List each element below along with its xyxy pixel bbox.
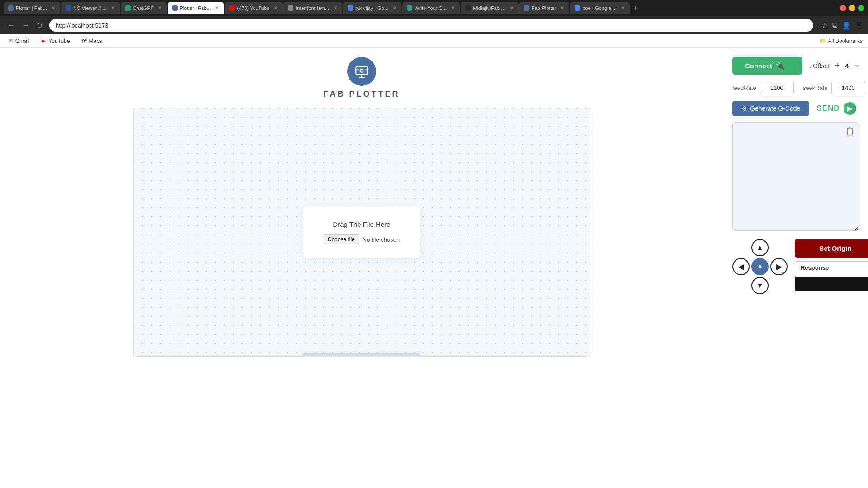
plot-canvas[interactable]: Drag The File Here Choose file No file c… (133, 108, 590, 357)
tab-favicon-4 (172, 5, 178, 11)
seekrate-label: seekRate (803, 84, 828, 91)
feedrate-label: feedRate (732, 84, 756, 91)
tab-chatgpt[interactable]: ChatGPT ✕ (121, 2, 167, 14)
connect-icon: 🔌 (776, 61, 785, 70)
folder-icon: 📁 (819, 38, 826, 44)
jog-center-button[interactable]: ● (751, 258, 769, 275)
extensions-icon[interactable]: ⧉ (832, 21, 837, 29)
jog-center-icon: ● (758, 263, 762, 271)
jog-left-icon: ◀ (738, 263, 744, 271)
tab-close-4[interactable]: ✕ (215, 5, 219, 11)
gmail-icon: ✉ (7, 38, 14, 44)
tab-youtube[interactable]: (473) YouTube ✕ (225, 2, 283, 14)
feedrate-item: feedRate (732, 81, 794, 94)
youtube-icon: ▶ (40, 38, 47, 44)
nav-buttons: ← → ↻ (5, 20, 45, 31)
address-bar-row: ← → ↻ ☆ ⧉ 👤 ⋮ (0, 16, 868, 34)
minimize-window-button[interactable] (849, 5, 855, 11)
tab-close-5[interactable]: ✕ (274, 5, 278, 11)
jog-empty-bl (732, 277, 750, 294)
tab-inter[interactable]: Inter font fam... ✕ (283, 2, 342, 14)
drop-zone[interactable]: Drag The File Here Choose file No file c… (303, 207, 420, 258)
jog-empty-tl (732, 239, 750, 256)
tab-plotter-1[interactable]: Plotter | Fab... ✕ (4, 2, 60, 14)
jog-left-button[interactable]: ◀ (732, 258, 750, 275)
generate-icon: ⚙ (741, 105, 747, 112)
tab-favicon-7 (348, 5, 353, 11)
bookmark-youtube[interactable]: ▶ YouTube (38, 37, 71, 45)
tab-favicon-2 (66, 5, 71, 11)
tab-close-3[interactable]: ✕ (158, 5, 162, 11)
jog-down-button[interactable]: ▼ (751, 277, 769, 294)
tab-favicon-6 (288, 5, 293, 11)
feedrate-input[interactable] (760, 81, 794, 94)
jog-up-icon: ▲ (756, 244, 764, 252)
logo-svg (354, 64, 369, 79)
choose-file-button[interactable]: Choose file (324, 235, 359, 244)
connect-row: Connect 🔌 zOffset + 4 − (732, 57, 859, 75)
tab-close-2[interactable]: ✕ (111, 5, 115, 11)
jog-and-origin: ▲ ◀ ● ▶ ▼ (732, 239, 859, 294)
gcode-textarea[interactable] (732, 122, 859, 231)
close-window-button[interactable] (840, 5, 846, 11)
tab-ncviewer[interactable]: NC Viewer // ... ✕ (61, 2, 120, 14)
tab-close-10[interactable]: ✕ (560, 5, 565, 11)
bookmark-icon[interactable]: ☆ (821, 21, 828, 30)
profile-icon[interactable]: 👤 (842, 21, 851, 30)
copy-gcode-icon[interactable]: 📋 (845, 127, 854, 136)
tab-poe[interactable]: poe - Google ... ✕ (570, 2, 630, 14)
bookmark-gmail[interactable]: ✉ Gmail (5, 37, 31, 45)
app-header: FAB PLOTTER (324, 57, 400, 99)
tab-close-9[interactable]: ✕ (509, 5, 514, 11)
tab-plotter-active[interactable]: Plotter | Fab... ✕ (168, 2, 224, 14)
set-origin-button[interactable]: Set Origin (795, 239, 868, 258)
window-controls (840, 5, 864, 11)
rate-row: feedRate seekRate (732, 81, 859, 94)
tab-midlaj[interactable]: MidlajN/Fab-... ✕ (461, 2, 519, 14)
tab-favicon-3 (125, 5, 131, 11)
app-title: FAB PLOTTER (324, 89, 400, 99)
app-area: FAB PLOTTER Drag The File Here Choose fi… (0, 48, 868, 488)
tab-close-8[interactable]: ✕ (451, 5, 455, 11)
address-input[interactable] (49, 19, 813, 32)
maps-icon: 🗺 (81, 38, 87, 44)
right-panel: Connect 🔌 zOffset + 4 − feedRate seekRat… (723, 48, 868, 488)
tab-close-1[interactable]: ✕ (51, 5, 56, 11)
jog-up-button[interactable]: ▲ (751, 239, 769, 256)
seekrate-input[interactable] (831, 81, 865, 94)
zoffset-minus-button[interactable]: − (851, 61, 861, 71)
all-bookmarks[interactable]: 📁 All Bookmarks (819, 38, 863, 44)
jog-right-button[interactable]: ▶ (770, 258, 788, 275)
maximize-window-button[interactable] (858, 5, 864, 11)
tab-write[interactable]: Write Your O... ✕ (402, 2, 460, 14)
jog-down-icon: ▼ (756, 282, 764, 290)
back-button[interactable]: ← (5, 20, 17, 30)
tab-google[interactable]: tvk vijay - Go... ✕ (343, 2, 401, 14)
jog-empty-tr (770, 239, 788, 256)
tab-close-7[interactable]: ✕ (392, 5, 397, 11)
zoffset-value: 4 (845, 62, 849, 70)
generate-gcode-button[interactable]: ⚙ Generate G-Code (732, 101, 809, 116)
new-tab-button[interactable]: + (631, 4, 641, 13)
menu-icon[interactable]: ⋮ (855, 21, 863, 30)
tab-favicon-5 (229, 5, 235, 11)
zoffset-label: zOffset (810, 62, 830, 70)
drop-zone-shadow (303, 353, 420, 356)
tab-favicon-9 (465, 5, 471, 11)
forward-button[interactable]: → (20, 20, 32, 30)
send-icon: ▶ (844, 102, 856, 115)
send-button[interactable]: SEND ▶ (816, 102, 856, 115)
tab-close-11[interactable]: ✕ (621, 5, 625, 11)
zoffset-row: zOffset + 4 − (810, 61, 861, 71)
connect-button[interactable]: Connect 🔌 (732, 57, 802, 75)
address-right-icons: ☆ ⧉ 👤 ⋮ (821, 21, 863, 30)
jog-right-icon: ▶ (776, 263, 782, 271)
zoffset-plus-button[interactable]: + (832, 61, 842, 71)
origin-response: Set Origin Response (795, 239, 868, 291)
bookmark-maps[interactable]: 🗺 Maps (79, 37, 104, 45)
tab-close-6[interactable]: ✕ (333, 5, 338, 11)
canvas-area: FAB PLOTTER Drag The File Here Choose fi… (0, 48, 723, 488)
reload-button[interactable]: ↻ (34, 20, 45, 31)
tab-fabplotter[interactable]: Fab-Plotter ✕ (519, 2, 569, 14)
bookmarks-bar: ✉ Gmail ▶ YouTube 🗺 Maps 📁 All Bookmarks (0, 34, 868, 48)
